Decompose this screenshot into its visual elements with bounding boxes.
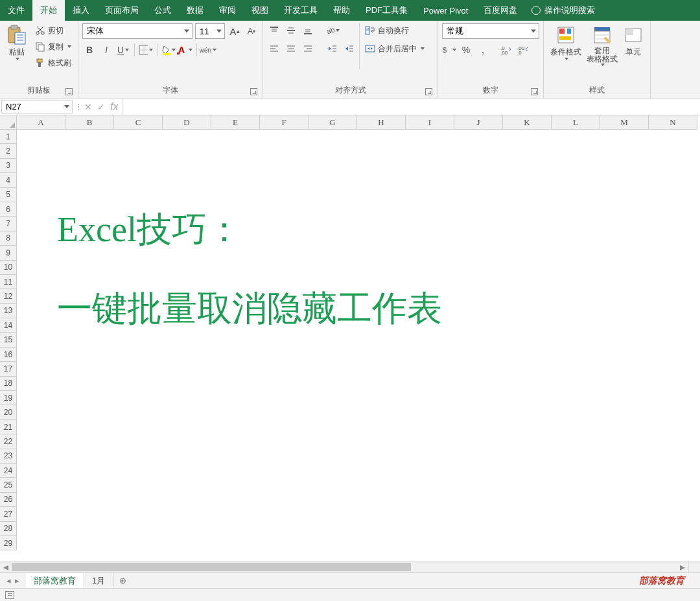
name-box[interactable]: N27 [1, 100, 73, 113]
row-header[interactable]: 1 [0, 130, 17, 144]
row-header[interactable]: 16 [0, 348, 17, 362]
tab-view[interactable]: 视图 [244, 0, 276, 21]
align-bottom-button[interactable] [301, 23, 315, 38]
column-header[interactable]: N [649, 115, 697, 130]
cancel-formula-button[interactable]: ✕ [84, 102, 92, 112]
font-size-select[interactable]: 11 [195, 23, 225, 39]
row-header[interactable]: 22 [0, 434, 17, 449]
column-header[interactable]: K [503, 115, 552, 130]
row-header[interactable]: 23 [0, 449, 17, 464]
formula-input[interactable] [122, 99, 700, 115]
comma-button[interactable]: , [476, 43, 490, 57]
bold-button[interactable]: B [82, 43, 97, 57]
percent-button[interactable]: % [459, 43, 473, 57]
number-format-select[interactable]: 常规 [442, 23, 539, 39]
scroll-left-icon[interactable]: ◂ [0, 561, 12, 573]
align-right-button[interactable] [301, 41, 315, 56]
dialog-launcher-icon[interactable] [425, 88, 432, 95]
cut-button[interactable]: 剪切 [32, 23, 74, 38]
row-header[interactable]: 24 [0, 464, 17, 478]
decrease-decimal-button[interactable]: .00.0 [516, 43, 530, 57]
row-header[interactable]: 2 [0, 144, 17, 158]
column-header[interactable]: B [65, 115, 114, 130]
fx-button[interactable]: fx [110, 101, 118, 113]
align-middle-button[interactable] [284, 23, 298, 38]
scroll-right-icon[interactable]: ▸ [677, 561, 688, 573]
row-header[interactable]: 13 [0, 304, 17, 318]
row-header[interactable]: 6 [0, 202, 17, 217]
phonetic-button[interactable]: wén [201, 43, 215, 57]
tab-pdf-tools[interactable]: PDF工具集 [358, 0, 415, 21]
font-name-select[interactable]: 宋体 [82, 23, 192, 39]
row-header[interactable]: 28 [0, 522, 17, 536]
row-header[interactable]: 27 [0, 507, 17, 521]
column-header[interactable]: L [552, 115, 600, 130]
scroll-thumb[interactable] [12, 563, 411, 571]
tell-me-search[interactable]: 操作说明搜索 [525, 0, 601, 21]
format-painter-button[interactable]: 格式刷 [32, 56, 74, 70]
enter-formula-button[interactable]: ✓ [97, 102, 105, 112]
format-as-table-button[interactable]: 套用 表格格式 [584, 23, 620, 67]
row-header[interactable]: 11 [0, 275, 17, 289]
row-header[interactable]: 4 [0, 173, 17, 187]
increase-indent-button[interactable] [342, 41, 356, 56]
column-header[interactable]: J [454, 115, 503, 130]
row-header[interactable]: 19 [0, 391, 17, 405]
cell-styles-button[interactable]: 单元 [620, 23, 646, 59]
column-header[interactable]: G [309, 115, 357, 130]
italic-button[interactable]: I [99, 43, 113, 57]
tab-baidu-netdisk[interactable]: 百度网盘 [476, 0, 525, 21]
dialog-launcher-icon[interactable] [531, 88, 538, 95]
row-header[interactable]: 3 [0, 159, 17, 173]
sheet-nav[interactable]: ◂▸ [0, 576, 26, 585]
row-header[interactable]: 26 [0, 493, 17, 507]
column-header[interactable]: I [406, 115, 454, 130]
dialog-launcher-icon[interactable] [65, 88, 73, 95]
align-center-button[interactable] [284, 41, 298, 56]
orientation-button[interactable]: ab [325, 23, 340, 38]
row-header[interactable]: 29 [0, 536, 17, 550]
row-header[interactable]: 20 [0, 405, 17, 419]
copy-button[interactable]: 复制 [32, 40, 74, 54]
align-left-button[interactable] [267, 41, 281, 56]
increase-font-button[interactable]: A▴ [228, 24, 242, 38]
column-header[interactable]: D [163, 115, 211, 130]
tab-file[interactable]: 文件 [0, 0, 32, 21]
horizontal-scrollbar[interactable]: ◂ ▸ [0, 561, 688, 572]
row-header[interactable]: 17 [0, 362, 17, 376]
expand-icon[interactable] [78, 104, 79, 110]
merge-center-button[interactable]: 合并后居中 [362, 41, 427, 56]
row-header[interactable]: 10 [0, 261, 17, 275]
decrease-indent-button[interactable] [325, 41, 340, 56]
cells-area[interactable]: Excel技巧： 一键批量取消隐藏工作表 [17, 130, 700, 561]
accounting-format-button[interactable]: $ [442, 43, 456, 57]
dialog-launcher-icon[interactable] [250, 88, 257, 95]
spreadsheet-grid[interactable]: ABCDEFGHIJKLMN 1234567891011121314151617… [0, 115, 700, 561]
row-header[interactable]: 15 [0, 333, 17, 347]
paste-button[interactable]: 粘贴 [4, 23, 30, 62]
font-color-button[interactable]: A [178, 43, 192, 57]
column-header[interactable]: F [260, 115, 309, 130]
borders-button[interactable] [139, 43, 153, 57]
increase-decimal-button[interactable]: .0.00 [499, 43, 513, 57]
underline-button[interactable]: U [116, 43, 130, 57]
select-all-button[interactable] [0, 115, 17, 130]
row-header[interactable]: 14 [0, 318, 17, 333]
sheet-nav-next-icon[interactable]: ▸ [15, 576, 19, 585]
tab-home[interactable]: 开始 [32, 0, 65, 21]
tab-help[interactable]: 帮助 [325, 0, 358, 21]
cell-mode-icon[interactable] [5, 591, 14, 599]
new-sheet-button[interactable]: ⊕ [113, 573, 132, 588]
column-header[interactable]: H [357, 115, 406, 130]
sheet-tab-active[interactable]: 部落窝教育 [26, 573, 84, 588]
row-header[interactable]: 18 [0, 377, 17, 391]
tab-insert[interactable]: 插入 [65, 0, 97, 21]
fill-color-button[interactable] [161, 43, 176, 57]
wrap-text-button[interactable]: ab 自动换行 [362, 23, 427, 38]
column-headers[interactable]: ABCDEFGHIJKLMN [17, 115, 697, 130]
row-header[interactable]: 5 [0, 188, 17, 202]
row-header[interactable]: 21 [0, 420, 17, 434]
column-header[interactable]: E [211, 115, 260, 130]
sheet-nav-prev-icon[interactable]: ◂ [6, 576, 11, 585]
column-header[interactable]: A [17, 115, 65, 130]
